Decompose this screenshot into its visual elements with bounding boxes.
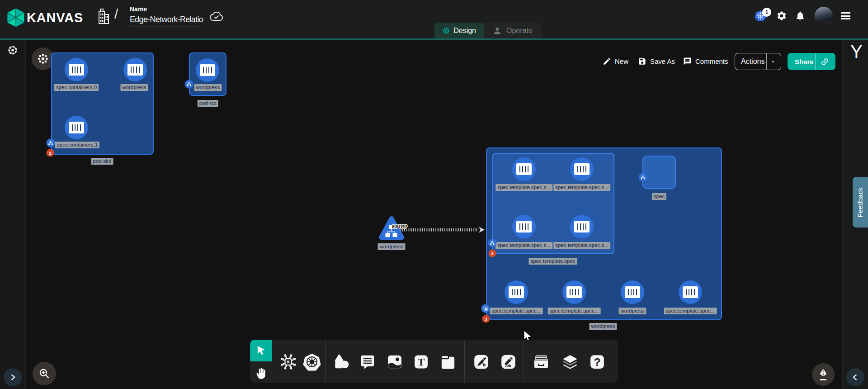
svg-text:T: T bbox=[418, 356, 425, 368]
svg-text:?: ? bbox=[594, 356, 600, 368]
